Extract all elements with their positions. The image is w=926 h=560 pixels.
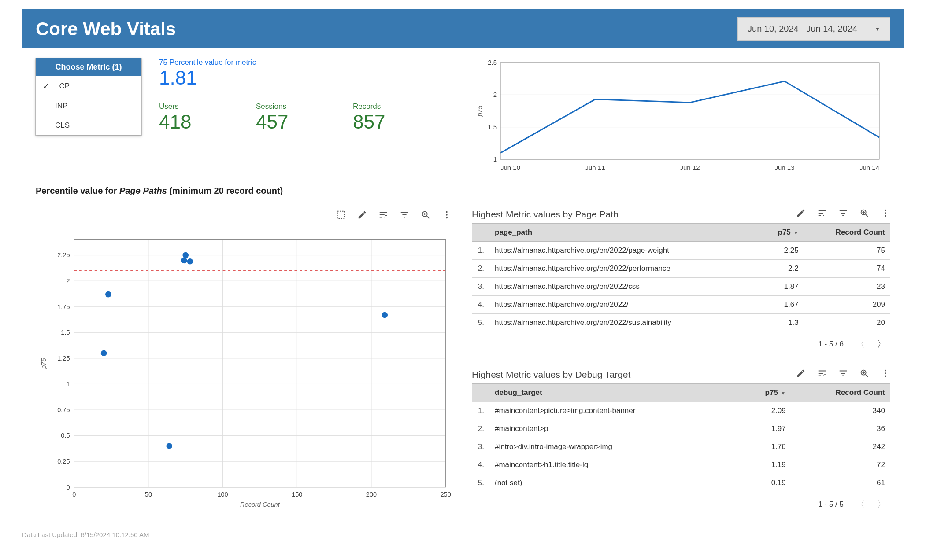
table-row[interactable]: 3.#intro>div.intro-image-wrapper>img1.76… — [472, 438, 890, 456]
table-row[interactable]: 4.#maincontent>h1.title.title-lg1.1972 — [472, 456, 890, 474]
zoom-icon[interactable] — [859, 368, 869, 381]
scatter-point[interactable] — [182, 252, 189, 258]
col-debug-target[interactable]: debug_target — [489, 384, 739, 402]
section-title-italic: Page Paths — [119, 186, 167, 195]
select-box-icon[interactable] — [336, 210, 346, 222]
table-row[interactable]: 5.https://almanac.httparchive.org/en/202… — [472, 314, 890, 332]
metric-item-cls[interactable]: CLS — [36, 116, 141, 135]
scatter-point[interactable] — [187, 258, 193, 265]
zoom-icon[interactable] — [421, 210, 430, 222]
choose-metric-panel: Choose Metric (1) ✓ LCP INP CLS — [36, 58, 141, 135]
col-page-path[interactable]: page_path — [489, 224, 759, 242]
page-title: Core Web Vitals — [36, 18, 176, 40]
sliders-icon[interactable] — [817, 368, 827, 381]
date-range-picker[interactable]: Jun 10, 2024 - Jun 14, 2024 ▼ — [737, 17, 890, 41]
more-vert-icon[interactable] — [881, 368, 890, 381]
metric-item-label: INP — [55, 102, 67, 111]
sliders-icon[interactable] — [817, 208, 827, 221]
row-record-count: 340 — [791, 402, 890, 420]
scatter-point[interactable] — [101, 350, 107, 356]
sliders-icon[interactable] — [378, 210, 388, 222]
svg-text:2.5: 2.5 — [488, 59, 497, 66]
svg-text:1: 1 — [66, 380, 70, 387]
table-row[interactable]: 1.https://almanac.httparchive.org/en/202… — [472, 242, 890, 260]
svg-text:200: 200 — [366, 491, 377, 498]
pencil-icon[interactable] — [796, 368, 806, 381]
row-record-count: 61 — [791, 474, 890, 492]
zoom-icon[interactable] — [859, 208, 869, 221]
more-vert-icon[interactable] — [442, 210, 452, 222]
svg-text:0: 0 — [66, 484, 70, 491]
table-row[interactable]: 2.https://almanac.httparchive.org/en/202… — [472, 260, 890, 278]
pager-range: 1 - 5 / 6 — [818, 340, 844, 349]
scatter-point[interactable] — [382, 312, 388, 318]
metric-item-inp[interactable]: INP — [36, 96, 141, 116]
row-p75: 0.19 — [739, 474, 791, 492]
header: Core Web Vitals Jun 10, 2024 - Jun 14, 2… — [22, 9, 904, 48]
svg-text:0.75: 0.75 — [57, 406, 70, 413]
svg-text:Jun 13: Jun 13 — [774, 164, 794, 171]
svg-text:250: 250 — [440, 491, 451, 498]
col-p75[interactable]: p75▼ — [739, 384, 791, 402]
svg-text:150: 150 — [292, 491, 302, 498]
pager-next[interactable]: 〉 — [877, 498, 886, 510]
scatter-point[interactable] — [181, 258, 187, 264]
row-p75: 1.97 — [739, 420, 791, 438]
row-path: https://almanac.httparchive.org/en/2022/… — [489, 278, 759, 296]
svg-text:0.25: 0.25 — [57, 458, 70, 465]
scatter-point[interactable] — [105, 291, 111, 298]
row-record-count: 23 — [804, 278, 890, 296]
row-index: 4. — [472, 456, 489, 474]
row-index: 1. — [472, 402, 489, 420]
svg-line-60 — [866, 214, 868, 217]
row-path: https://almanac.httparchive.org/en/2022/… — [489, 314, 759, 332]
top-left-panel: Choose Metric (1) ✓ LCP INP CLS 75 Perce… — [36, 58, 454, 173]
row-index: 5. — [472, 474, 489, 492]
pager-next[interactable]: 〉 — [877, 338, 886, 350]
row-path: https://almanac.httparchive.org/en/2022/ — [489, 296, 759, 314]
svg-line-17 — [427, 216, 430, 219]
svg-text:50: 50 — [145, 491, 152, 498]
svg-rect-56 — [74, 239, 445, 487]
svg-text:1.5: 1.5 — [61, 329, 70, 336]
svg-text:Jun 12: Jun 12 — [680, 164, 700, 171]
svg-text:100: 100 — [217, 491, 228, 498]
table-debug-target-toolbar — [796, 368, 890, 381]
row-record-count: 74 — [804, 260, 890, 278]
row-path: (not set) — [489, 474, 739, 492]
col-record-count[interactable]: Record Count — [791, 384, 890, 402]
svg-point-22 — [446, 217, 448, 219]
pencil-icon[interactable] — [357, 210, 367, 222]
filter-icon[interactable] — [400, 210, 409, 222]
filter-icon[interactable] — [838, 368, 848, 381]
scatter-point[interactable] — [166, 443, 172, 449]
row-index: 2. — [472, 420, 489, 438]
sort-desc-icon: ▼ — [778, 390, 786, 396]
pager-prev[interactable]: 〈 — [856, 498, 865, 510]
row-path: #maincontent>p — [489, 420, 739, 438]
col-record-count[interactable]: Record Count — [804, 224, 890, 242]
svg-point-63 — [885, 210, 886, 211]
svg-text:0.5: 0.5 — [61, 432, 70, 439]
scatter-chart-svg: 05010015020025000.250.50.7511.251.51.752… — [36, 227, 454, 517]
table-row[interactable]: 2.#maincontent>p1.9736 — [472, 420, 890, 438]
metric-item-lcp[interactable]: ✓ LCP — [36, 76, 141, 96]
metric-item-label: CLS — [55, 121, 70, 130]
row-record-count: 36 — [791, 420, 890, 438]
headline-stats: 75 Percentile value for metric 1.81 User… — [159, 58, 454, 133]
table-row[interactable]: 4.https://almanac.httparchive.org/en/202… — [472, 296, 890, 314]
pager-prev[interactable]: 〈 — [856, 338, 865, 350]
col-p75[interactable]: p75▼ — [759, 224, 804, 242]
table-row[interactable]: 5.(not set)0.1961 — [472, 474, 890, 492]
filter-icon[interactable] — [838, 208, 848, 221]
table-row[interactable]: 3.https://almanac.httparchive.org/en/202… — [472, 278, 890, 296]
row-path: https://almanac.httparchive.org/en/2022/… — [489, 242, 759, 260]
table-row[interactable]: 1.#maincontent>picture>img.content-banne… — [472, 402, 890, 420]
more-vert-icon[interactable] — [881, 208, 890, 221]
row-p75: 1.3 — [759, 314, 804, 332]
table-debug-target-title: Highest Metric values by Debug Target — [472, 369, 630, 380]
svg-text:1.75: 1.75 — [57, 303, 70, 310]
section-title-prefix: Percentile value for — [36, 186, 119, 195]
pencil-icon[interactable] — [796, 208, 806, 221]
scatter-toolbar — [36, 208, 454, 227]
